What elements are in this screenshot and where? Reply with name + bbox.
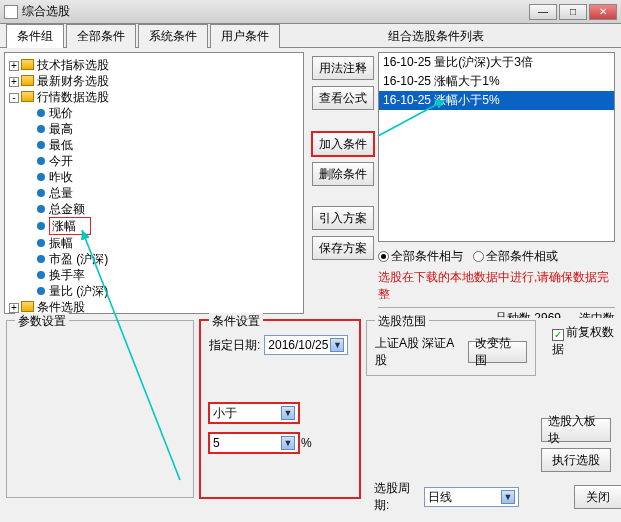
operator-select[interactable]: 小于 ▼: [209, 403, 299, 423]
leaf-icon: [37, 141, 45, 149]
leaf-icon: [37, 189, 45, 197]
range-groupbox: 选股范围 上证A股 深证A股 改变范围: [366, 320, 536, 376]
folder-icon: [21, 301, 34, 312]
tab-bar: 条件组 全部条件 系统条件 用户条件 组合选股条件列表: [0, 24, 621, 48]
tab-condition-group[interactable]: 条件组: [6, 24, 64, 48]
folder-icon: [21, 91, 34, 102]
action-button-column: 用法注释 查看公式 加入条件 删除条件 引入方案 保存方案: [308, 48, 378, 318]
tab-system-conditions[interactable]: 系统条件: [138, 24, 208, 48]
add-condition-button[interactable]: 加入条件: [312, 132, 374, 156]
chevron-down-icon[interactable]: ▼: [330, 338, 344, 352]
condition-groupbox: 条件设置 指定日期: 2016/10/25 ▼ 小于 ▼ 5 ▼ %: [200, 320, 360, 498]
tree-leaf[interactable]: 总量: [23, 185, 301, 201]
condition-list[interactable]: 16-10-25 量比(沪深)大于3倍 16-10-25 涨幅大于1% 16-1…: [378, 52, 615, 242]
tree-leaf[interactable]: 昨收: [23, 169, 301, 185]
view-formula-button[interactable]: 查看公式: [312, 86, 374, 110]
tree-leaf[interactable]: 今开: [23, 153, 301, 169]
group-legend: 选股范围: [375, 313, 429, 330]
tree-root-quote[interactable]: -行情数据选股 现价 最高 最低 今开 昨收 总量 总金额 涨幅 振幅 市盈 (…: [9, 89, 301, 299]
leaf-icon: [37, 239, 45, 247]
leaf-icon: [37, 157, 45, 165]
change-range-button[interactable]: 改变范围: [468, 341, 527, 363]
window-buttons: — □ ✕: [529, 4, 617, 20]
tree-root-condselect[interactable]: +条件选股: [9, 299, 301, 314]
expand-icon[interactable]: +: [9, 303, 19, 313]
chevron-down-icon[interactable]: ▼: [281, 436, 295, 450]
forward-adjust-checkbox[interactable]: ✓前复权数据: [552, 324, 621, 358]
leaf-icon: [37, 271, 45, 279]
date-label: 指定日期:: [209, 337, 260, 354]
date-picker[interactable]: 2016/10/25 ▼: [264, 335, 348, 355]
radio-or[interactable]: 全部条件相或: [473, 248, 558, 265]
leaf-icon: [37, 222, 45, 230]
group-legend: 参数设置: [15, 313, 69, 330]
radio-icon: [378, 251, 389, 262]
tree-leaf-selected[interactable]: 涨幅: [23, 217, 301, 235]
tree-leaf[interactable]: 换手率: [23, 267, 301, 283]
condition-row[interactable]: 16-10-25 量比(沪深)大于3倍: [379, 53, 614, 72]
chevron-down-icon[interactable]: ▼: [501, 490, 515, 504]
tree-root-tech[interactable]: +技术指标选股: [9, 57, 301, 73]
leaf-icon: [37, 287, 45, 295]
range-text: 上证A股 深证A股: [375, 335, 462, 369]
leaf-icon: [37, 109, 45, 117]
usage-button[interactable]: 用法注释: [312, 56, 374, 80]
expand-icon[interactable]: +: [9, 61, 19, 71]
title-bar: 综合选股 — □ ✕: [0, 0, 621, 24]
app-icon: [4, 5, 18, 19]
leaf-icon: [37, 255, 45, 263]
minimize-button[interactable]: —: [529, 4, 557, 20]
tab-user-conditions[interactable]: 用户条件: [210, 24, 280, 48]
close-button[interactable]: ✕: [589, 4, 617, 20]
import-plan-button[interactable]: 引入方案: [312, 206, 374, 230]
leaf-icon: [37, 173, 45, 181]
radio-icon: [473, 251, 484, 262]
warning-text: 选股在下载的本地数据中进行,请确保数据完整: [378, 269, 615, 303]
folder-icon: [21, 75, 34, 86]
close-button-bottom[interactable]: 关闭: [574, 485, 622, 509]
tree-leaf[interactable]: 市盈 (沪深): [23, 251, 301, 267]
radio-and[interactable]: 全部条件相与: [378, 248, 463, 265]
value-input[interactable]: 5 ▼: [209, 433, 299, 453]
collapse-icon[interactable]: -: [9, 93, 19, 103]
period-select[interactable]: 日线 ▼: [424, 487, 519, 507]
run-select-button[interactable]: 执行选股: [541, 448, 611, 472]
value-suffix: %: [301, 436, 312, 450]
expand-icon[interactable]: +: [9, 77, 19, 87]
chevron-down-icon[interactable]: ▼: [281, 406, 295, 420]
tab-all-conditions[interactable]: 全部条件: [66, 24, 136, 48]
tree-leaf[interactable]: 振幅: [23, 235, 301, 251]
tree-root-finance[interactable]: +最新财务选股: [9, 73, 301, 89]
select-to-block-button[interactable]: 选股入板块: [541, 418, 611, 442]
condition-row-selected[interactable]: 16-10-25 涨幅小于5%: [379, 91, 614, 110]
group-legend: 条件设置: [209, 313, 263, 330]
checkbox-icon: ✓: [552, 329, 564, 341]
tree-leaf[interactable]: 最低: [23, 137, 301, 153]
tree-panel: +技术指标选股 +最新财务选股 -行情数据选股 现价 最高 最低 今开 昨收 总…: [4, 52, 304, 314]
tree-leaf[interactable]: 最高: [23, 121, 301, 137]
delete-condition-button[interactable]: 删除条件: [312, 162, 374, 186]
window-title: 综合选股: [22, 3, 529, 20]
leaf-icon: [37, 125, 45, 133]
param-groupbox: 参数设置: [6, 320, 194, 498]
tree-leaf[interactable]: 现价: [23, 105, 301, 121]
save-plan-button[interactable]: 保存方案: [312, 236, 374, 260]
condition-list-label: 组合选股条件列表: [388, 28, 484, 45]
leaf-icon: [37, 205, 45, 213]
folder-icon: [21, 59, 34, 70]
tree-leaf[interactable]: 总金额: [23, 201, 301, 217]
maximize-button[interactable]: □: [559, 4, 587, 20]
condition-row[interactable]: 16-10-25 涨幅大于1%: [379, 72, 614, 91]
tree-leaf[interactable]: 量比 (沪深): [23, 283, 301, 299]
right-panel: 16-10-25 量比(沪深)大于3倍 16-10-25 涨幅大于1% 16-1…: [378, 48, 621, 318]
period-label: 选股周期:: [374, 480, 418, 514]
